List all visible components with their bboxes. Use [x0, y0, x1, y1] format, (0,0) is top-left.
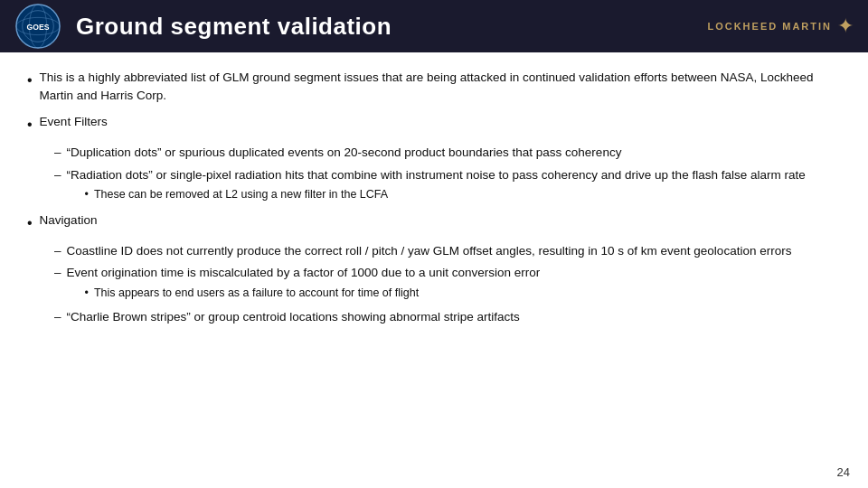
page-title: Ground segment validation: [76, 13, 392, 41]
sub-sub-bullet-3-2-1: • This appears to end users as a failure…: [85, 285, 841, 301]
sub-text-3-2: Event origination time is miscalculated …: [67, 266, 541, 279]
sub-dash-3-3: –: [54, 308, 61, 326]
sub-sub-bullets-2-2: • These can be removed at L2 using a new…: [85, 186, 841, 202]
sub-bullet-2-1: – “Duplication dots” or spurious duplica…: [54, 144, 841, 162]
sub-bullet-3-3: – “Charlie Brown stripes” or group centr…: [54, 308, 841, 326]
navigation-subbullets: – Coastline ID does not currently produc…: [54, 242, 841, 326]
sub-bullet-2-2: – “Radiation dots” or single-pixel radia…: [54, 166, 841, 206]
page-number: 24: [837, 465, 850, 479]
bullet-dot-1: •: [27, 70, 33, 90]
sub-dash-3-2: –: [54, 264, 61, 282]
sub-sub-bullets-3-2: • This appears to end users as a failure…: [85, 285, 841, 301]
sub-bullet-3-2: – Event origination time is miscalculate…: [54, 264, 841, 304]
svg-text:GOES: GOES: [27, 23, 50, 32]
sub-text-2-2: “Radiation dots” or single-pixel radiati…: [67, 168, 806, 182]
lockheed-star-icon: ✦: [837, 14, 854, 38]
bullet-item-2: • Event Filters: [27, 113, 841, 135]
sub-bullet-3-1: – Coastline ID does not currently produc…: [54, 242, 841, 260]
main-content: • This is a highly abbreviated list of G…: [0, 52, 868, 488]
bullet-item-1: • This is a highly abbreviated list of G…: [27, 69, 841, 104]
bullet-dot-2: •: [27, 114, 33, 135]
sub-sub-text-2-2-1: These can be removed at L2 using a new f…: [94, 186, 841, 202]
sub-sub-text-3-2-1: This appears to end users as a failure t…: [94, 285, 841, 301]
sub-text-2-1: “Duplication dots” or spurious duplicate…: [67, 144, 841, 162]
sub-text-3-1: Coastline ID does not currently produce …: [67, 242, 841, 260]
sub-bullet-2-2-content: “Radiation dots” or single-pixel radiati…: [67, 166, 841, 206]
lockheed-martin-logo: LOCKHEED MARTIN ✦: [707, 14, 854, 38]
content-area: • This is a highly abbreviated list of G…: [0, 52, 868, 341]
sub-sub-dot-3-2-1: •: [85, 285, 89, 301]
event-filters-subbullets: – “Duplication dots” or spurious duplica…: [54, 144, 841, 205]
lockheed-text: LOCKHEED MARTIN: [707, 21, 832, 32]
sub-bullet-3-2-content: Event origination time is miscalculated …: [67, 264, 841, 304]
bullet-section-3: Navigation: [40, 211, 841, 230]
sub-dash-3-1: –: [54, 242, 61, 260]
header: GOES Ground segment validation LOCKHEED …: [0, 0, 868, 52]
sub-sub-dot-2-2-1: •: [85, 186, 89, 202]
bullet-dot-3: •: [27, 212, 33, 233]
bullet-label-3: Navigation: [40, 213, 98, 227]
bullet-label-2: Event Filters: [40, 115, 108, 128]
bullet-item-3: • Navigation: [27, 211, 841, 233]
bullet-text-1: This is a highly abbreviated list of GLM…: [40, 69, 841, 104]
sub-dash-2-1: –: [54, 144, 61, 162]
sub-dash-2-2: –: [54, 166, 61, 184]
bullet-section-2: Event Filters: [40, 113, 841, 131]
sub-text-3-3: “Charlie Brown stripes” or group centroi…: [67, 308, 841, 326]
goes-logo: GOES: [14, 4, 61, 49]
sub-sub-bullet-2-2-1: • These can be removed at L2 using a new…: [85, 186, 841, 202]
